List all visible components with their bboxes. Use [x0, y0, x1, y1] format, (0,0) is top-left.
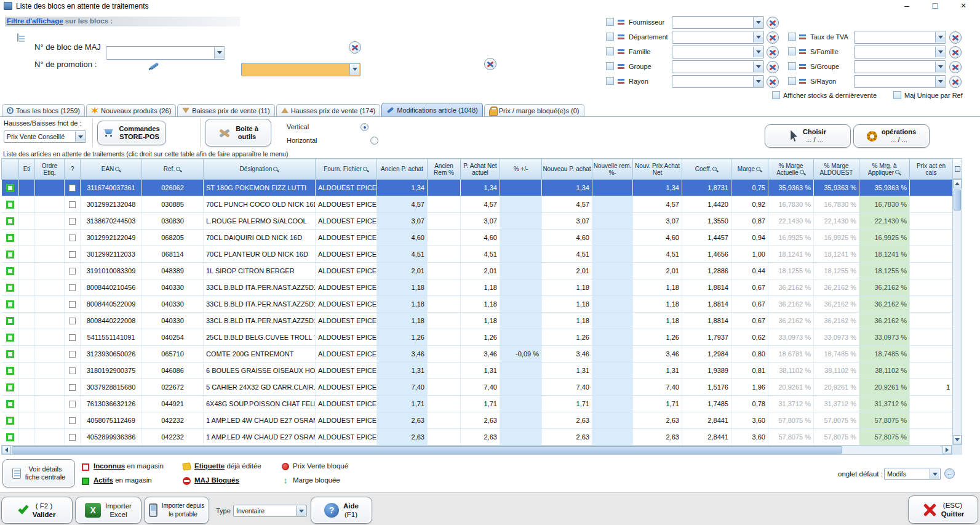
cell-chk[interactable]: [65, 263, 81, 279]
cell-ma[interactable]: 33,0973 %: [768, 329, 814, 346]
cell-cais[interactable]: [910, 313, 953, 329]
cell-pan[interactable]: 2,01: [461, 263, 500, 279]
cell-ean[interactable]: 8008440522009: [81, 296, 142, 313]
cell-des[interactable]: 5 CAHIER 24X32 GD CARR.CLAIR.: [204, 379, 316, 396]
cell-ref[interactable]: 040330: [142, 296, 204, 313]
cell-ma[interactable]: 36,2162 %: [768, 279, 814, 296]
filter-combobox[interactable]: [854, 46, 946, 58]
cell-npan[interactable]: 1,18: [633, 279, 682, 296]
cell-fou[interactable]: ALDOUEST EPICER: [316, 313, 377, 329]
cell-mapp[interactable]: 57,8075 %: [859, 412, 910, 429]
cell-pan[interactable]: 1,26: [461, 329, 500, 346]
cell-npa[interactable]: 2,01: [542, 263, 592, 279]
cell-ordre[interactable]: [35, 263, 65, 279]
column-header-10[interactable]: P. Achat Net actuel: [461, 159, 500, 180]
chevron-down-icon[interactable]: [753, 47, 763, 57]
cell-npa[interactable]: 1,18: [542, 296, 592, 313]
cell-mal[interactable]: 38,1102 %: [814, 363, 859, 379]
filter-combobox[interactable]: [854, 75, 946, 88]
cell-marge[interactable]: 0,62: [731, 329, 768, 346]
cell-ref[interactable]: 065710: [142, 346, 204, 363]
cell-npan[interactable]: 2,63: [633, 412, 682, 429]
aide-button[interactable]: Aide(F1): [311, 497, 372, 524]
cell-fou[interactable]: ALDOUEST EPICER: [316, 296, 377, 313]
commandes-store-pos-button[interactable]: CommandesSTORE-POS: [97, 121, 166, 145]
cell-pan[interactable]: 1,18: [461, 279, 500, 296]
importer-portable-button[interactable]: Importer depuisle portable: [144, 497, 209, 524]
cell-ean[interactable]: 5411551141091: [81, 329, 142, 346]
filter-combobox[interactable]: [854, 31, 946, 44]
voir-details-button[interactable]: Voir détailsfiche centrale: [2, 459, 75, 487]
cell-ref[interactable]: 046086: [142, 363, 204, 379]
cell-fou[interactable]: ALDOUEST EPICER: [316, 379, 377, 396]
cell-npa[interactable]: 7,40: [542, 379, 592, 396]
cell-des[interactable]: 25CL B.BLD BELG.CUVEE TROLL 7: [204, 329, 316, 346]
cell-coeff[interactable]: 1,3550: [682, 213, 731, 230]
cell-mapp[interactable]: 22,1430 %: [859, 213, 910, 230]
cell-pan[interactable]: 2,63: [461, 429, 500, 446]
cell-npa[interactable]: 1,34: [542, 180, 592, 196]
cell-pct[interactable]: [500, 313, 542, 329]
filter-clear-button[interactable]: [767, 17, 779, 29]
cell-cais[interactable]: [910, 180, 953, 196]
cell-pct[interactable]: -0,09 %: [500, 346, 542, 363]
chevron-down-icon[interactable]: [753, 32, 763, 42]
cell-chk[interactable]: [65, 329, 81, 346]
cell-ean[interactable]: 3012992122049: [81, 230, 142, 246]
cell-nrem[interactable]: [592, 313, 633, 329]
cell-fou[interactable]: ALDOUEST EPICER: [316, 263, 377, 279]
cell-ma[interactable]: 16,9925 %: [768, 230, 814, 246]
cell-mal[interactable]: 31,3712 %: [814, 396, 859, 412]
cell-eti[interactable]: [19, 396, 35, 412]
cell-arem[interactable]: [428, 313, 461, 329]
cell-ordre[interactable]: [35, 230, 65, 246]
column-header-2[interactable]: Ordre Etiq.: [35, 159, 65, 180]
cell-nrem[interactable]: [592, 279, 633, 296]
cell-cais[interactable]: 1: [910, 379, 953, 396]
vertical-scroll-thumb[interactable]: [954, 190, 961, 210]
cell-chk[interactable]: [65, 213, 81, 230]
cell-nrem[interactable]: [592, 429, 633, 446]
cell-arem[interactable]: [428, 429, 461, 446]
chevron-down-icon[interactable]: [753, 76, 763, 87]
cell-ref[interactable]: 042232: [142, 429, 204, 446]
cell-chk[interactable]: [65, 429, 81, 446]
cell-mal[interactable]: 18,1241 %: [814, 246, 859, 263]
cell-ref[interactable]: 068205: [142, 230, 204, 246]
cell-ind[interactable]: [2, 213, 19, 230]
cell-npa[interactable]: 2,63: [542, 412, 592, 429]
filter-clear-button[interactable]: [767, 76, 779, 88]
cell-ref[interactable]: 022672: [142, 379, 204, 396]
cell-npan[interactable]: 1,26: [633, 329, 682, 346]
chevron-down-icon[interactable]: [935, 32, 945, 42]
filter-clear-button[interactable]: [949, 31, 962, 44]
cell-chk[interactable]: [65, 296, 81, 313]
column-header-9[interactable]: Ancien Rem %: [428, 159, 461, 180]
cell-marge[interactable]: 0,67: [731, 279, 768, 296]
table-row[interactable]: 800844052200904033033CL B.BLD ITA.PER.NA…: [2, 296, 953, 313]
cell-eti[interactable]: [19, 180, 35, 196]
cell-marge[interactable]: 3,60: [731, 412, 768, 429]
cell-mal[interactable]: 18,1255 %: [814, 263, 859, 279]
cell-eti[interactable]: [19, 379, 35, 396]
cell-ordre[interactable]: [35, 429, 65, 446]
cell-arem[interactable]: [428, 363, 461, 379]
row-checkbox[interactable]: [69, 268, 76, 275]
cell-arem[interactable]: [428, 246, 461, 263]
cell-pct[interactable]: [500, 379, 542, 396]
cell-coeff[interactable]: 1,7937: [682, 329, 731, 346]
cell-ean[interactable]: 8008440210456: [81, 279, 142, 296]
cell-npa[interactable]: 1,18: [542, 279, 592, 296]
cell-npan[interactable]: 1,31: [633, 363, 682, 379]
filter-combobox[interactable]: [672, 75, 764, 88]
row-checkbox[interactable]: [69, 234, 76, 241]
cell-apa[interactable]: 2,63: [377, 412, 428, 429]
cell-cais[interactable]: [910, 196, 953, 213]
column-header-0[interactable]: [2, 159, 19, 180]
cell-eti[interactable]: [19, 263, 35, 279]
horizontal-scroll-thumb[interactable]: [12, 446, 842, 454]
filter-checkbox[interactable]: [606, 47, 614, 55]
cell-ind[interactable]: [2, 279, 19, 296]
cell-marge[interactable]: 0,44: [731, 263, 768, 279]
row-checkbox[interactable]: [69, 201, 76, 208]
